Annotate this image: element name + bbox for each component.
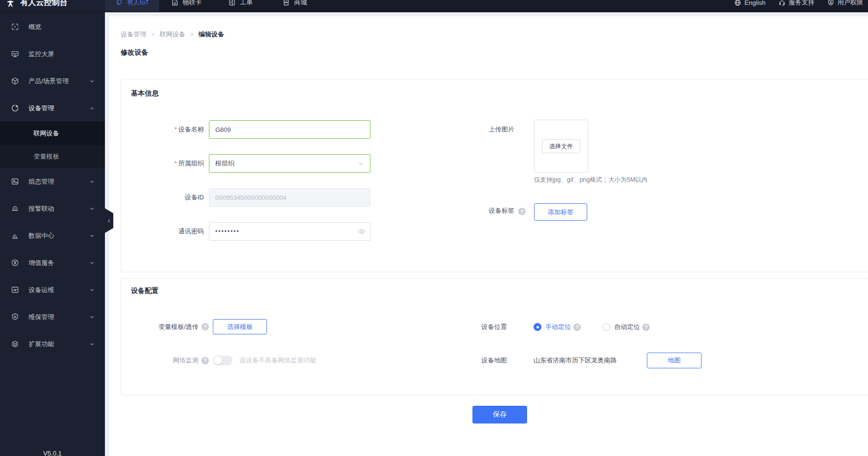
cube-icon [11,77,20,85]
device-tags-label: 设备标签 [465,206,514,215]
chevron-down-icon [89,206,95,212]
chevron-down-icon [89,179,95,185]
breadcrumb-separator: > [190,31,194,38]
language-switch[interactable]: English [734,0,766,6]
required-mark: * [174,160,177,167]
auto-location-radio[interactable] [602,323,610,331]
device-config-title: 设备配置 [131,287,159,295]
sidebar-item-device-management[interactable]: 设备管理 [0,95,105,122]
network-monitor-label: 网络监测 [126,356,199,365]
device-name-row: *设备名称 [126,120,370,139]
pulse-monitor-icon [11,286,20,294]
mall-icon [282,0,290,6]
sidebar-item-device-om[interactable]: 设备运维 [0,276,105,303]
chevron-down-icon [89,233,95,239]
app-version: V5.0.1 [0,450,105,456]
device-map-label: 设备地图 [458,356,507,365]
device-address: 山东省济南市历下区龙奥南路 [534,356,647,365]
device-location-row: 设备位置 手动定位 自动定位 [458,321,650,333]
device-name-input[interactable] [209,120,370,139]
organization-select[interactable]: 根组织 [209,154,370,173]
breadcrumb-separator: > [151,31,155,38]
pie-chart-icon [11,104,20,112]
required-mark: * [174,126,177,133]
chevron-down-icon [89,78,95,84]
logo-icon [5,0,16,8]
sidebar: 概览 监控大屏 产品/场景管理 设备管理 [0,12,105,456]
network-monitor-row: 网络监测 该设备不具备网络监测功能 [126,353,316,368]
tab-label: 工单 [240,0,253,7]
network-monitor-hint: 该设备不具备网络监测功能 [239,356,316,365]
service-support[interactable]: 服务支持 [778,0,814,7]
choose-file-button[interactable]: 选择文件 [542,139,580,153]
breadcrumb-device-management[interactable]: 设备管理 [121,30,146,39]
sidebar-subitem-connected-devices[interactable]: 联网设备 [0,122,105,145]
layers-icon [11,340,20,348]
organization-label: 所属组织 [178,160,204,167]
template-help-icon[interactable] [201,323,209,330]
topbar: 有人云控制台 有人IoT 物联卡 工单 [0,0,868,12]
chevron-down-icon [89,287,95,293]
chevron-up-icon [89,105,95,111]
template-label: 变量模板/透传 [126,323,199,331]
device-tags-help-icon[interactable] [518,208,526,215]
comm-password-label: 通讯密码 [126,227,204,236]
sidebar-item-extensions[interactable]: 扩展功能 [0,330,105,358]
map-button[interactable]: 地图 [647,353,701,368]
manual-location-help-icon[interactable] [573,324,581,331]
chevron-down-icon [89,260,95,266]
sidebar-item-product-scene[interactable]: 产品/场景管理 [0,67,105,95]
sidebar-subitem-variable-templates[interactable]: 变量模板 [0,145,105,168]
yen-circle-icon [11,259,20,267]
organization-row: *所属组织 根组织 [126,154,370,173]
auto-location-option[interactable]: 自动定位 [614,323,640,331]
organization-value: 根组织 [215,159,234,168]
network-monitor-toggle[interactable] [213,356,233,365]
upload-image-hint: 仅支持jpg、gif、png格式；大小为5M以内 [534,176,648,184]
device-management-submenu: 联网设备 变量模板 [0,122,105,168]
chevron-down-icon [89,314,95,320]
eye-icon[interactable] [358,228,366,235]
basic-info-card: 基本信息 *设备名称 *所属组织 根组织 设 [121,79,868,272]
save-button[interactable]: 保存 [472,406,527,423]
device-map-row: 设备地图 山东省济南市历下区龙奥南路 地图 [458,353,701,368]
upload-image-dropzone: 选择文件 [534,120,588,173]
brand: 有人云控制台 [0,0,105,11]
add-tag-button[interactable]: 添加标签 [534,203,587,221]
manual-location-option[interactable]: 手动定位 [545,323,571,331]
sidebar-item-monitor-screen[interactable]: 监控大屏 [0,40,105,67]
sidebar-item-alarm-linkage[interactable]: 报警联动 [0,195,105,222]
bar-chart-icon [11,231,20,240]
overview-icon [11,23,20,31]
sidebar-item-scada[interactable]: 组态管理 [0,168,105,195]
tab-mall[interactable]: 商城 [267,0,322,11]
brand-title: 有人云控制台 [20,0,67,8]
image-icon [11,177,20,186]
tab-iot-card[interactable]: 物联卡 [159,0,213,11]
tab-label: 物联卡 [183,0,202,7]
tab-youren-iot[interactable]: 有人IoT [105,0,159,11]
user-permissions[interactable]: 用户权限 [827,0,863,7]
shield-list-icon [11,313,20,321]
device-config-card: 设备配置 变量模板/透传 选择模板 网络监测 该设备不具备网络监测功能 设备位置… [121,278,868,395]
comm-password-input[interactable] [209,222,370,241]
tab-work-order[interactable]: 工单 [213,0,267,11]
sidebar-item-maintenance[interactable]: 维保管理 [0,303,105,330]
sidebar-item-value-added-services[interactable]: 增值服务 [0,249,105,276]
basic-info-title: 基本信息 [131,89,159,98]
breadcrumb-connected-devices[interactable]: 联网设备 [160,30,185,39]
network-monitor-help-icon[interactable] [201,357,209,364]
chevron-down-icon [89,341,95,347]
device-id-input [209,188,370,207]
sidebar-item-data-center[interactable]: 数据中心 [0,222,105,249]
main-panel: 设备管理 > 联网设备 > 编辑设备 修改设备 基本信息 *设备名称 *所属组织… [109,16,868,456]
sidebar-item-overview[interactable]: 概览 [0,13,105,40]
device-name-label: 设备名称 [178,126,204,133]
page-title: 修改设备 [121,48,148,57]
device-id-row: 设备ID [126,188,370,207]
select-template-button[interactable]: 选择模板 [213,319,267,334]
manual-location-radio[interactable] [534,323,541,331]
chevron-down-icon [358,161,364,167]
breadcrumb-edit-device: 编辑设备 [199,30,224,39]
auto-location-help-icon[interactable] [642,324,650,331]
